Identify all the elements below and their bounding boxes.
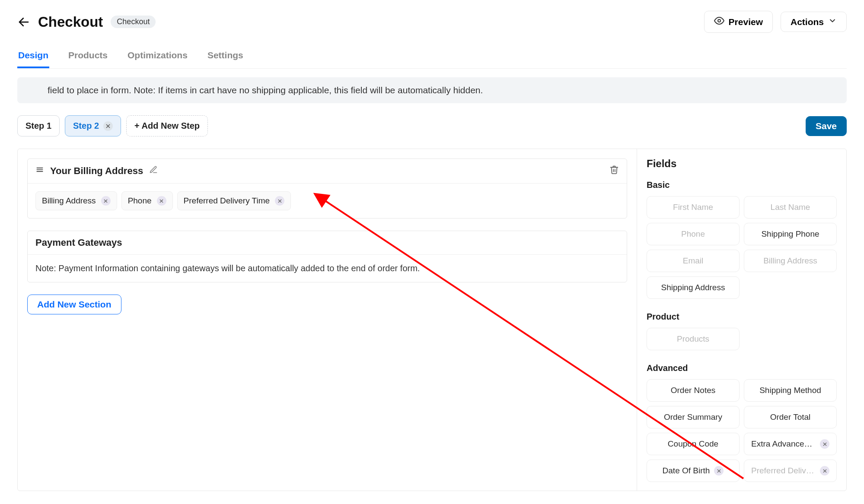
eye-icon <box>714 16 724 28</box>
field-products[interactable]: Products <box>647 328 740 350</box>
field-label: Extra Advanced Field <box>751 439 816 449</box>
trash-icon[interactable] <box>609 165 619 177</box>
chevron-down-icon <box>828 16 837 27</box>
section-billing-address: Your Billing Address Billing Address <box>27 158 627 219</box>
payment-note: Note: Payment Information containing gat… <box>28 255 627 282</box>
step-label: Step 2 <box>73 121 99 131</box>
field-label: First Name <box>673 203 713 212</box>
field-label: Phone <box>681 229 705 239</box>
preview-label: Preview <box>729 17 763 27</box>
close-icon[interactable] <box>820 439 829 449</box>
section-title: Your Billing Address <box>50 165 143 177</box>
field-order-total[interactable]: Order Total <box>744 406 837 428</box>
field-label: Order Summary <box>664 412 722 422</box>
field-shipping-address[interactable]: Shipping Address <box>647 276 740 299</box>
field-preferred-delivery-time[interactable]: Preferred Delivery Ti... <box>744 460 837 482</box>
section-payment-gateways: Payment Gateways Note: Payment Informati… <box>27 231 627 282</box>
back-arrow-icon[interactable] <box>17 16 30 29</box>
step-label: Step 1 <box>26 121 51 131</box>
tabs: Design Products Optimizations Settings <box>17 45 847 69</box>
close-icon[interactable] <box>275 196 284 206</box>
close-icon[interactable] <box>103 121 113 131</box>
field-phone[interactable]: Phone <box>647 223 740 245</box>
drag-handle-icon[interactable] <box>35 165 44 177</box>
field-label: Shipping Address <box>661 283 725 292</box>
chip-label: Preferred Delivery Time <box>184 196 270 206</box>
field-label: Preferred Delivery Ti... <box>751 466 816 475</box>
page-title: Checkout <box>38 14 103 30</box>
field-label: Shipping Method <box>759 386 821 395</box>
field-label: Order Total <box>770 412 811 422</box>
page-badge: Checkout <box>111 16 156 28</box>
field-label: Order Notes <box>671 386 715 395</box>
step-2-button[interactable]: Step 2 <box>65 115 121 136</box>
field-label: Shipping Phone <box>761 229 819 239</box>
field-label: Date Of Birth <box>663 466 710 475</box>
close-icon[interactable] <box>157 196 166 206</box>
field-date-of-birth[interactable]: Date Of Birth <box>647 460 740 482</box>
field-chip-preferred-delivery-time[interactable]: Preferred Delivery Time <box>177 191 291 210</box>
field-shipping-phone[interactable]: Shipping Phone <box>744 223 837 245</box>
edit-icon[interactable] <box>149 165 158 177</box>
field-label: Billing Address <box>763 256 817 266</box>
field-email[interactable]: Email <box>647 250 740 272</box>
add-step-label: + Add New Step <box>134 121 200 131</box>
tab-design[interactable]: Design <box>17 45 49 68</box>
save-button[interactable]: Save <box>806 116 847 136</box>
field-order-summary[interactable]: Order Summary <box>647 406 740 428</box>
group-title-product: Product <box>647 312 837 322</box>
add-new-section-button[interactable]: Add New Section <box>27 295 121 314</box>
field-billing-address[interactable]: Billing Address <box>744 250 837 272</box>
field-shipping-method[interactable]: Shipping Method <box>744 379 837 402</box>
tab-optimizations[interactable]: Optimizations <box>127 45 188 68</box>
field-label: Email <box>683 256 704 266</box>
sidebar-title: Fields <box>647 158 837 170</box>
field-order-notes[interactable]: Order Notes <box>647 379 740 402</box>
chip-label: Billing Address <box>42 196 96 206</box>
field-first-name[interactable]: First Name <box>647 196 740 219</box>
tab-settings[interactable]: Settings <box>207 45 244 68</box>
add-new-step-button[interactable]: + Add New Step <box>126 115 208 136</box>
info-notice: field to place in form. Note: If items i… <box>17 77 847 103</box>
preview-button[interactable]: Preview <box>704 11 773 33</box>
field-chip-phone[interactable]: Phone <box>121 191 173 210</box>
field-coupon-code[interactable]: Coupon Code <box>647 433 740 455</box>
actions-label: Actions <box>791 17 824 27</box>
group-title-advanced: Advanced <box>647 363 837 373</box>
chip-label: Phone <box>128 196 152 206</box>
field-label: Products <box>677 334 709 344</box>
field-label: Coupon Code <box>668 439 718 449</box>
group-title-basic: Basic <box>647 180 837 190</box>
field-label: Last Name <box>771 203 810 212</box>
section-title: Payment Gateways <box>35 237 122 248</box>
close-icon[interactable] <box>101 196 111 206</box>
svg-point-1 <box>718 19 721 22</box>
field-chip-billing-address[interactable]: Billing Address <box>35 191 117 210</box>
close-icon[interactable] <box>714 466 724 475</box>
field-last-name[interactable]: Last Name <box>744 196 837 219</box>
step-1-button[interactable]: Step 1 <box>17 115 60 136</box>
tab-products[interactable]: Products <box>67 45 108 68</box>
field-extra-advanced[interactable]: Extra Advanced Field <box>744 433 837 455</box>
actions-button[interactable]: Actions <box>781 12 847 32</box>
close-icon[interactable] <box>820 466 829 475</box>
